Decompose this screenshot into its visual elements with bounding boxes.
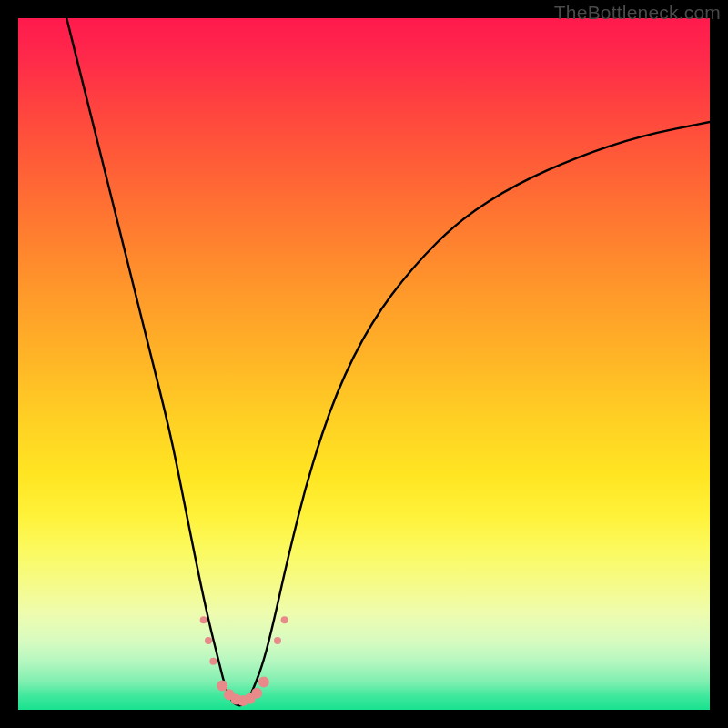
marker-dot [281,616,288,623]
marker-dot [217,680,228,691]
marker-dot [205,637,212,644]
chart-svg [18,18,710,710]
marker-dot [258,677,269,688]
curve-markers [200,616,288,706]
marker-dot [251,688,262,699]
curve-line [66,18,710,705]
marker-dot [274,637,281,644]
marker-dot [209,658,217,665]
chart-frame [18,18,710,710]
marker-dot [200,616,207,623]
watermark-text: TheBottleneck.com [554,2,721,24]
